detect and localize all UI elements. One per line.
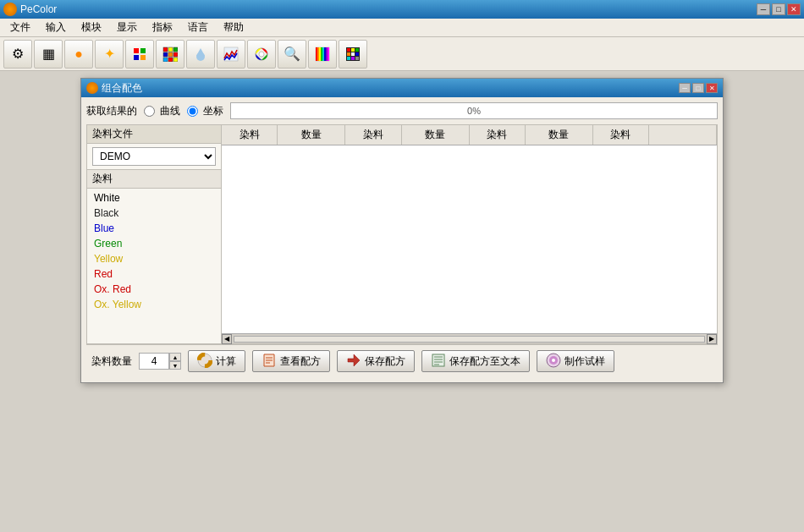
wave-toolbar-btn[interactable]: [217, 40, 245, 69]
spinner-up-btn[interactable]: ▲: [169, 353, 181, 361]
svg-rect-6: [173, 47, 178, 52]
app-title-bar: PeColor ─ □ ✕: [0, 0, 804, 19]
dye-list: White Black Blue Green Yellow Red Ox. Re…: [87, 189, 221, 343]
drop-toolbar-btn[interactable]: [186, 40, 215, 69]
svg-rect-36: [355, 57, 359, 60]
colorgrid-toolbar-btn[interactable]: [339, 40, 367, 69]
radio-coord-label: 坐标: [203, 104, 223, 118]
dialog-minimize-btn[interactable]: ─: [679, 83, 691, 93]
dye-item-blue[interactable]: Blue: [87, 221, 221, 236]
menu-help[interactable]: 帮助: [217, 19, 251, 36]
dialog-title: 组合配色: [102, 81, 142, 96]
dialog-title-bar: 组合配色 ─ □ ✕: [81, 79, 723, 97]
th-qty-2: 数量: [402, 125, 470, 145]
rubiks-toolbar-btn[interactable]: [156, 40, 184, 69]
circle-toolbar-btn[interactable]: ●: [64, 40, 93, 69]
menu-input[interactable]: 输入: [39, 19, 73, 36]
save-formula-icon: [346, 353, 361, 370]
search-toolbar-btn[interactable]: 🔍: [278, 40, 306, 69]
th-qty-1: 数量: [278, 125, 345, 145]
dye-item-red[interactable]: Red: [87, 266, 221, 282]
rainbow-toolbar-btn[interactable]: [308, 40, 337, 69]
save-text-icon: [431, 353, 446, 370]
dye-count-spinner: ▲ ▼: [139, 353, 181, 370]
dialog-icon: [86, 82, 98, 94]
dye-item-black[interactable]: Black: [87, 206, 221, 221]
scroll-track[interactable]: [234, 336, 705, 343]
svg-rect-7: [163, 52, 168, 57]
barcode-toolbar-btn[interactable]: ▦: [34, 40, 63, 69]
radio-curve-label: 曲线: [160, 104, 180, 118]
close-button[interactable]: ✕: [787, 3, 801, 15]
svg-rect-34: [347, 57, 350, 60]
dye-item-oxred[interactable]: Ox. Red: [87, 282, 221, 297]
th-qty-3: 数量: [526, 125, 593, 145]
svg-rect-26: [328, 47, 329, 61]
minimize-button[interactable]: ─: [757, 3, 770, 15]
file-dropdown[interactable]: DEMO: [92, 147, 216, 166]
dialog-close-btn[interactable]: ✕: [706, 83, 718, 93]
view-formula-btn[interactable]: 查看配方: [252, 350, 330, 372]
svg-marker-42: [348, 354, 360, 366]
left-panel: 染料文件 DEMO 染料 White Black Blue Green Yell…: [86, 124, 222, 344]
calculate-btn[interactable]: 计算: [188, 350, 245, 372]
menu-language[interactable]: 语言: [181, 19, 215, 36]
svg-rect-19: [316, 47, 317, 61]
view-formula-label: 查看配方: [280, 354, 321, 369]
save-formula-label: 保存配方: [365, 354, 405, 369]
svg-rect-8: [168, 52, 173, 57]
dye-item-white[interactable]: White: [87, 190, 221, 206]
svg-rect-28: [347, 48, 350, 52]
scroll-left-btn[interactable]: ◀: [222, 334, 232, 344]
radio-curve[interactable]: [144, 106, 155, 117]
progress-bar: 0%: [230, 102, 718, 119]
svg-rect-4: [163, 47, 168, 52]
save-formula-btn[interactable]: 保存配方: [337, 350, 415, 372]
th-dye-3: 染料: [470, 125, 526, 145]
horizontal-scrollbar[interactable]: ◀ ▶: [222, 333, 717, 343]
table-header: 染料 数量 染料 数量 染料 数量 染料: [222, 125, 717, 145]
dye-count-input[interactable]: [139, 353, 169, 370]
th-dye-2: 染料: [345, 125, 401, 145]
extract-label: 获取结果的: [86, 104, 137, 118]
make-sample-label: 制作试样: [564, 354, 605, 369]
radio-coord[interactable]: [187, 106, 198, 117]
dialog-maximize-btn[interactable]: □: [692, 83, 704, 93]
make-sample-icon: [546, 353, 561, 370]
table-body: [222, 145, 717, 333]
dialog-bottom: 染料数量 ▲ ▼ 计算: [86, 344, 718, 377]
menu-module[interactable]: 模块: [74, 19, 108, 36]
dye-item-green[interactable]: Green: [87, 236, 221, 251]
menu-indicator[interactable]: 指标: [146, 19, 179, 36]
svg-rect-21: [319, 47, 321, 61]
gear-toolbar-btn[interactable]: ⚙: [3, 40, 32, 69]
th-dye-1: 染料: [222, 125, 278, 145]
svg-rect-2: [134, 55, 139, 60]
th-qty-4: [649, 125, 717, 145]
spinner-down-btn[interactable]: ▼: [169, 361, 181, 370]
app-icon: [3, 3, 17, 16]
svg-rect-10: [163, 58, 168, 62]
star-toolbar-btn[interactable]: ✦: [95, 40, 124, 69]
menu-file[interactable]: 文件: [3, 19, 37, 36]
app-title: PeColor: [20, 3, 57, 15]
svg-rect-20: [317, 47, 319, 61]
right-panel: 染料 数量 染料 数量 染料 数量 染料 ◀ ▶: [222, 124, 718, 344]
calculate-label: 计算: [216, 354, 236, 369]
dye-item-oxyellow[interactable]: Ox. Yellow: [87, 297, 221, 312]
main-area: 组合配色 ─ □ ✕ 获取结果的 曲线 坐标: [0, 71, 804, 532]
svg-rect-31: [347, 52, 350, 56]
svg-rect-29: [351, 48, 355, 52]
maximize-button[interactable]: □: [772, 3, 785, 15]
dye-item-yellow[interactable]: Yellow: [87, 251, 221, 266]
dye-count-label: 染料数量: [91, 354, 132, 369]
dialog-combine-color: 组合配色 ─ □ ✕ 获取结果的 曲线 坐标: [80, 78, 724, 383]
palette-toolbar-btn[interactable]: [125, 40, 154, 69]
file-section-header: 染料文件: [87, 125, 221, 144]
wheel-toolbar-btn[interactable]: [247, 40, 276, 69]
scroll-right-btn[interactable]: ▶: [707, 334, 717, 344]
menu-display[interactable]: 显示: [110, 19, 144, 36]
make-sample-btn[interactable]: 制作试样: [537, 350, 614, 372]
save-text-btn[interactable]: 保存配方至文本: [421, 350, 530, 372]
svg-rect-23: [322, 47, 324, 61]
